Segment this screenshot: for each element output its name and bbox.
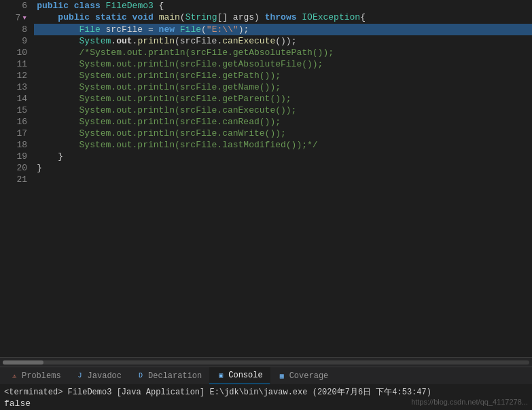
watermark: https://blog.csdn.net/qq_4117278... bbox=[411, 398, 528, 406]
tab-javadoc[interactable]: JJavadoc bbox=[69, 367, 129, 385]
problems-label: Problems bbox=[22, 371, 61, 381]
console-area: <terminated> FileDemo3 [Java Application… bbox=[0, 384, 532, 410]
line-content: System.out.println(srcFile.lastModified(… bbox=[34, 139, 532, 151]
scrollbar-track[interactable] bbox=[3, 360, 529, 365]
line-content: System.out.println(srcFile.canWrite()); bbox=[34, 128, 532, 139]
table-row: 12 System.out.println(srcFile.getPath())… bbox=[0, 70, 532, 81]
line-number: 9 bbox=[0, 35, 34, 47]
table-row: 7▾ public static void main(String[] args… bbox=[0, 12, 532, 24]
line-content: System.out.println(srcFile.getParent()); bbox=[34, 93, 532, 105]
scrollbar-thumb[interactable] bbox=[3, 360, 43, 365]
line-content: System.out.println(srcFile.canExecute())… bbox=[34, 105, 532, 116]
declaration-icon: D bbox=[136, 371, 145, 381]
line-number: 21 bbox=[0, 174, 34, 185]
line-content: System.out.println(srcFile.getName()); bbox=[34, 81, 532, 93]
line-content: } bbox=[34, 151, 532, 162]
table-row: 14 System.out.println(srcFile.getParent(… bbox=[0, 93, 532, 105]
console-label: Console bbox=[228, 371, 262, 380]
table-row: 9 System.out.println(srcFile.canExecute(… bbox=[0, 35, 532, 47]
line-content: System.out.println(srcFile.canExecute())… bbox=[34, 35, 532, 47]
line-number: 7▾ bbox=[0, 12, 34, 24]
javadoc-label: Javadoc bbox=[88, 371, 122, 381]
line-content: System.out.println(srcFile.getPath()); bbox=[34, 70, 532, 81]
line-number: 15 bbox=[0, 105, 34, 116]
table-row: 20} bbox=[0, 162, 532, 174]
line-content: System.out.println(srcFile.getAbsoluteFi… bbox=[34, 58, 532, 70]
table-row: 15 System.out.println(srcFile.canExecute… bbox=[0, 105, 532, 116]
line-content: /*System.out.println(srcFile.getAbsolute… bbox=[34, 47, 532, 58]
declaration-label: Declaration bbox=[148, 371, 202, 381]
tab-console[interactable]: ▣Console bbox=[209, 367, 270, 385]
table-row: 16 System.out.println(srcFile.canRead())… bbox=[0, 116, 532, 128]
table-row: 18 System.out.println(srcFile.lastModifi… bbox=[0, 139, 532, 151]
code-table: 6public class FileDemo3 {7▾ public stati… bbox=[0, 0, 532, 185]
table-row: 19 } bbox=[0, 151, 532, 162]
table-row: 17 System.out.println(srcFile.canWrite()… bbox=[0, 128, 532, 139]
line-content bbox=[34, 174, 532, 185]
table-row: 8 File srcFile = new File("E:\\"); bbox=[0, 24, 532, 35]
problems-icon: ⚠ bbox=[10, 371, 19, 381]
code-area[interactable]: 6public class FileDemo3 {7▾ public stati… bbox=[0, 0, 532, 357]
table-row: 10 /*System.out.println(srcFile.getAbsol… bbox=[0, 47, 532, 58]
line-number: 10 bbox=[0, 47, 34, 58]
javadoc-icon: J bbox=[75, 371, 85, 381]
tabs-bar: ⚠ProblemsJJavadocDDeclaration▣Console▦Co… bbox=[0, 367, 532, 384]
table-row: 21 bbox=[0, 174, 532, 185]
line-number: 14 bbox=[0, 93, 34, 105]
console-icon: ▣ bbox=[216, 371, 226, 380]
line-content: System.out.println(srcFile.canRead()); bbox=[34, 116, 532, 128]
tab-coverage[interactable]: ▦Coverage bbox=[270, 367, 336, 385]
coverage-label: Coverage bbox=[289, 371, 329, 381]
console-header: <terminated> FileDemo3 [Java Application… bbox=[4, 386, 528, 398]
tab-declaration[interactable]: DDeclaration bbox=[129, 367, 209, 385]
table-row: 11 System.out.println(srcFile.getAbsolut… bbox=[0, 58, 532, 70]
line-number: 18 bbox=[0, 139, 34, 151]
table-row: 13 System.out.println(srcFile.getName())… bbox=[0, 81, 532, 93]
line-content: File srcFile = new File("E:\\"); bbox=[34, 24, 532, 35]
line-number: 19 bbox=[0, 151, 34, 162]
coverage-icon: ▦ bbox=[277, 371, 287, 381]
horizontal-scrollbar[interactable] bbox=[0, 357, 532, 367]
tab-problems[interactable]: ⚠Problems bbox=[3, 367, 69, 385]
line-number: 8 bbox=[0, 24, 34, 35]
line-content: public class FileDemo3 { bbox=[34, 0, 532, 12]
line-number: 6 bbox=[0, 0, 34, 12]
line-content: } bbox=[34, 162, 532, 174]
line-number: 16 bbox=[0, 116, 34, 128]
table-row: 6public class FileDemo3 { bbox=[0, 0, 532, 12]
line-number: 12 bbox=[0, 70, 34, 81]
line-number: 11 bbox=[0, 58, 34, 70]
line-content: public static void main(String[] args) t… bbox=[34, 12, 532, 24]
line-number: 20 bbox=[0, 162, 34, 174]
line-number: 13 bbox=[0, 81, 34, 93]
code-editor: 6public class FileDemo3 {7▾ public stati… bbox=[0, 0, 532, 367]
line-number: 17 bbox=[0, 128, 34, 139]
